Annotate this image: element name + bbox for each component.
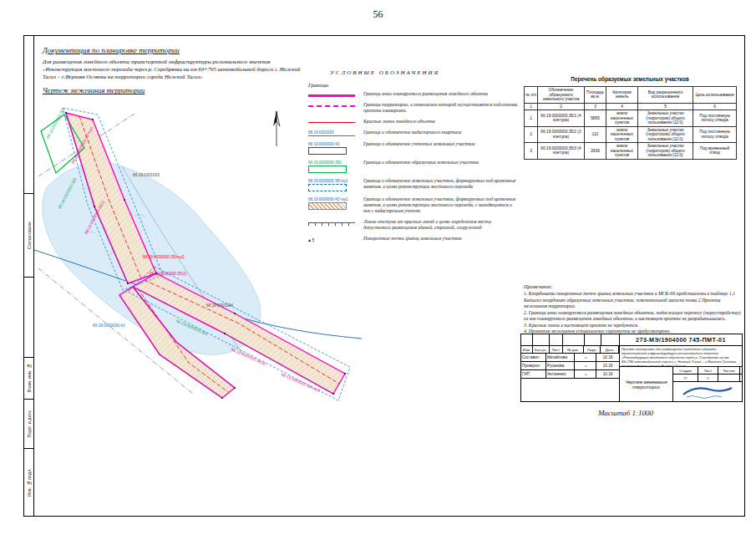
- revision-cell: [585, 334, 601, 345]
- note-line: 3. Красные линии в настоящем проекте не …: [524, 323, 743, 329]
- sign-date: 10.18: [596, 354, 618, 361]
- table-cell: 3: [525, 143, 538, 160]
- stage-value-cell: 1: [698, 374, 718, 381]
- revision-cell: [533, 334, 550, 345]
- legend-symbol: 66:19:0000000:350: [308, 160, 363, 173]
- revision-cell: [563, 334, 585, 345]
- red-line-icon: [308, 122, 355, 123]
- offset-line-icon: [308, 222, 355, 226]
- titleblock-column-headers: Изм.Кол.уч.Лист№ док.Подп.Дата: [521, 346, 619, 354]
- sign-name: Русанова: [546, 362, 575, 369]
- legend-item-text: Граница и обозначение земельных участков…: [363, 178, 519, 190]
- legend-title: УСЛОВНЫЕ ОБОЗНАЧЕНИЯ: [330, 69, 519, 76]
- table-cell: 2: [525, 126, 538, 143]
- legend-item: Красные линии линейного объекта: [308, 119, 519, 125]
- sign-name: Антоненко: [546, 370, 575, 378]
- legend-item-text: Поворотные точки границ земельных участк…: [363, 236, 462, 242]
- notes-title: Примечание:: [524, 283, 743, 289]
- table-cell: Земельные участки (территории) общего по…: [638, 110, 693, 127]
- table-cell: 121: [585, 126, 606, 143]
- legend-symbol: [308, 119, 363, 123]
- legend-symbol: [308, 102, 363, 107]
- frame-cell: [24, 278, 33, 358]
- frame-cell: Взам. инв. №: [24, 358, 33, 400]
- legend-item: 66:19:0000000:350 Граница и обозначение …: [308, 160, 519, 173]
- column-number-cell: 1: [525, 103, 538, 110]
- registered-plot-icon: [308, 147, 347, 155]
- legend-symbol: 66:19:0000000:43: [308, 141, 363, 155]
- column-header-cell: Лист: [550, 346, 563, 353]
- stage-header-cell: Стадия: [673, 367, 698, 374]
- legend-group-label: Границы: [308, 82, 519, 88]
- vertex-point-icon: ▴ 5: [308, 237, 363, 242]
- legend-item-text: Граница и обозначение образуемых земельн…: [363, 160, 479, 166]
- table-row: 166:19:0000000:35/1 (4 контура)5865земли…: [525, 110, 737, 127]
- frame-cell: Согласовано: [24, 194, 33, 278]
- table-cell: Под постоянную полосу отвода: [693, 126, 737, 143]
- legend-symbol: [308, 219, 363, 226]
- document-intro: Для размещения линейного объекта транспо…: [43, 59, 302, 80]
- table-cell: 66:19:0000000:35/1 (4 контура): [538, 110, 585, 127]
- sign-row: Составил Михайлова 10.18: [521, 354, 619, 362]
- sign-role: ГИП: [521, 370, 546, 378]
- drawing-subtitle: Чертеж межевания территории: [43, 86, 302, 94]
- table-header-row: № п/пОбозначение образуемого земельного …: [525, 87, 737, 104]
- stage-values: П1: [673, 374, 742, 382]
- sign-date: 10.18: [596, 370, 618, 378]
- table-row: 366:19:0000000:35/3 (4 контура)2936земли…: [525, 143, 737, 160]
- table-cell: земли населенных пунктов: [606, 110, 638, 127]
- table-header-cell: Цель использования: [693, 87, 737, 104]
- table-cell: 66:19:0000000:35/3 (4 контура): [538, 143, 585, 160]
- page-number: 56: [0, 8, 756, 21]
- document-title: Документация по планировке территории: [43, 46, 302, 54]
- legend-item: 66:19:0000000:35/чзу1 Граница и обозначе…: [308, 178, 519, 191]
- title-block: 273-МЭ/1904000 745-ПМТ-01 Изм.Кол.уч.Лис…: [520, 334, 743, 402]
- stage-header-cell: Листов: [718, 367, 740, 374]
- legend-item: Граница территории, в отношении которой …: [308, 102, 519, 114]
- table-cell: Земельные участки (территории) общего по…: [638, 126, 693, 143]
- table-cell: земли населенных пунктов: [606, 143, 638, 160]
- drawing-sheet: Согласовано Взам. инв. № Подп. и дата Ин…: [23, 35, 745, 517]
- legend-symbol-label: 66:19:0000000:43: [308, 142, 363, 146]
- frame-side-column: Согласовано Взам. инв. № Подп. и дата Ин…: [24, 36, 34, 516]
- revision-cell: [521, 334, 533, 345]
- legend-item: Граница зоны планируемого размещения лин…: [308, 91, 519, 97]
- legend-symbol: [308, 91, 363, 97]
- sign-name: Михайлова: [546, 354, 575, 361]
- legend-item-text: Красные линии линейного объекта: [363, 119, 435, 125]
- revision-cell: [550, 334, 563, 345]
- table-cell: 2936: [585, 143, 606, 160]
- table-row: 266:19:0000000:35/2 (3 контура)121земли …: [525, 126, 737, 143]
- scale-label: Масштаб 1:1000: [567, 409, 684, 417]
- column-number-cell: 6: [693, 103, 737, 110]
- column-header-cell: Дата: [601, 346, 619, 353]
- drawing-name: Чертеж межевания территории: [620, 367, 673, 402]
- signature: [575, 370, 596, 378]
- column-number-row: 123456: [525, 103, 737, 110]
- legend-item-text: Граница зоны планируемого размещения лин…: [363, 91, 488, 97]
- legend-item: 66:19:0000000:43 Граница и обозначение у…: [308, 141, 519, 155]
- formed-plot-icon: [308, 166, 347, 173]
- titleblock-left: Изм.Кол.уч.Лист№ док.Подп.Дата Составил …: [521, 346, 620, 402]
- table-cell: 1: [525, 110, 538, 127]
- stage-headers: СтадияЛистЛистов: [673, 367, 742, 374]
- legend-item: 66:19:0301003 Граница и обозначение када…: [308, 130, 519, 136]
- table-cell: 66:19:0000000:35/2 (3 контура): [538, 126, 585, 143]
- table-header-cell: Площадь кв.м.: [585, 87, 606, 104]
- stage-column: СтадияЛистЛистов П1: [673, 367, 742, 402]
- table-cell: Земельные участки (территории) общего по…: [638, 143, 693, 160]
- titleblock-right: Проект планировки для размещения линейно…: [620, 346, 742, 402]
- table-cell: Под временный отвод: [693, 143, 737, 160]
- document-number: 273-МЭ/1904000 745-ПМТ-01: [620, 334, 742, 345]
- plots-table: № п/пОбозначение образуемого земельного …: [524, 86, 737, 160]
- table-header-cell: Обозначение образуемого земельного участ…: [538, 87, 585, 104]
- quarter-line-icon: [308, 135, 355, 136]
- column-number-cell: 4: [606, 103, 638, 110]
- column-number-cell: 5: [638, 103, 693, 110]
- legend-item-text: Граница и обозначение земельных участков…: [363, 196, 519, 214]
- legend-item-text: Граница и обозначение учтенных земельных…: [363, 141, 474, 147]
- project-name: Проект планировки для размещения линейно…: [620, 346, 742, 367]
- magenta-line-icon: [308, 94, 355, 97]
- frame-cell: Инв. № подл.: [24, 449, 33, 516]
- column-header-cell: Изм.: [521, 346, 533, 353]
